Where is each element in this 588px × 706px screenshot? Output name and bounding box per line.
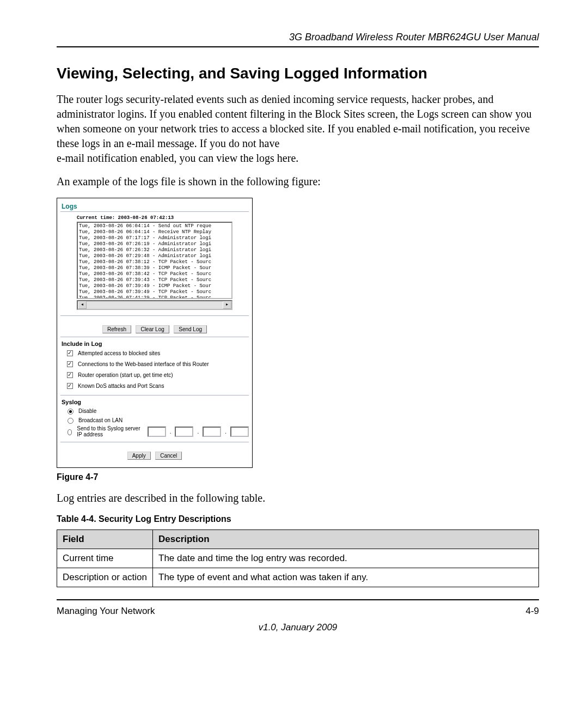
include-label: Attempted access to blocked sites xyxy=(78,350,160,356)
include-checkbox[interactable] xyxy=(67,372,73,378)
table-row: Current time The date and time the log e… xyxy=(57,549,539,568)
panel-rule xyxy=(60,211,249,212)
scroll-right-icon[interactable]: ▸ xyxy=(223,301,231,309)
figure-caption: Figure 4-7 xyxy=(57,472,539,482)
section-heading: Viewing, Selecting, and Saving Logged In… xyxy=(57,65,539,82)
include-option: Known DoS attacks and Port Scans xyxy=(65,381,249,391)
include-option: Router operation (start up, get time etc… xyxy=(65,370,249,380)
table-cell: The date and time the log entry was reco… xyxy=(153,549,539,568)
footer-version: v1.0, January 2009 xyxy=(57,622,539,633)
include-label: Router operation (start up, get time etc… xyxy=(78,372,173,378)
include-label: Known DoS attacks and Port Scans xyxy=(78,383,164,389)
ip-octet-input[interactable] xyxy=(230,427,249,437)
include-checkbox[interactable] xyxy=(67,383,73,389)
send-log-button[interactable]: Send Log xyxy=(174,325,207,333)
rule-bottom xyxy=(57,599,539,600)
syslog-option: Broadcast on LAN xyxy=(65,416,249,424)
logs-panel-title: Logs xyxy=(62,203,249,210)
syslog-label: Broadcast on LAN xyxy=(78,417,122,423)
include-option: Attempted access to blocked sites xyxy=(65,349,249,358)
panel-rule xyxy=(60,337,249,337)
ip-dot: . xyxy=(225,429,226,435)
body-paragraph-1: The router logs security-related events … xyxy=(57,92,539,166)
running-header: 3G Broadband Wireless Router MBR624GU Us… xyxy=(57,32,539,43)
footer-left: Managing Your Network xyxy=(57,606,155,617)
clear-log-button[interactable]: Clear Log xyxy=(136,325,169,333)
body-paragraph-1a: The router logs security-related events … xyxy=(57,93,532,149)
include-in-log-heading: Include in Log xyxy=(62,340,249,347)
syslog-label: Disable xyxy=(78,408,96,414)
include-option: Connections to the Web-based interface o… xyxy=(65,360,249,369)
syslog-option: Disable xyxy=(65,407,249,415)
table-caption: Table 4-4. Security Log Entry Descriptio… xyxy=(57,514,539,524)
refresh-button[interactable]: Refresh xyxy=(102,325,131,333)
rule-top xyxy=(57,46,539,47)
security-log-table: Field Description Current time The date … xyxy=(57,530,539,587)
table-header-row: Field Description xyxy=(57,530,539,549)
table-header-description: Description xyxy=(153,530,539,549)
syslog-label: Send to this Syslog server IP address xyxy=(77,425,140,437)
current-time-label: Current time: 2003-08-26 07:42:13 xyxy=(77,215,232,221)
syslog-radio-sendto[interactable] xyxy=(68,429,72,435)
body-paragraph-1b: e-mail notification enabled, you can vie… xyxy=(57,152,298,164)
ip-dot: . xyxy=(170,429,171,435)
logs-figure: Logs Current time: 2003-08-26 07:42:13 T… xyxy=(57,198,253,468)
include-checkbox[interactable] xyxy=(67,350,73,356)
table-cell: Current time xyxy=(57,549,153,568)
scroll-left-icon[interactable]: ◂ xyxy=(78,301,87,309)
ip-octet-input[interactable] xyxy=(148,427,166,437)
table-row: Description or action The type of event … xyxy=(57,568,539,587)
log-listbox[interactable]: Tue, 2003-08-26 06:04:14 - Send out NTP … xyxy=(77,222,232,299)
panel-rule xyxy=(60,395,249,395)
cancel-button[interactable]: Cancel xyxy=(155,452,182,460)
horizontal-scrollbar[interactable]: ◂ ▸ xyxy=(77,300,232,310)
syslog-heading: Syslog xyxy=(62,399,249,405)
syslog-option: Send to this Syslog server IP address . … xyxy=(65,425,249,437)
footer-page-number: 4-9 xyxy=(525,606,539,617)
include-label: Connections to the Web-based interface o… xyxy=(78,361,209,367)
panel-rule xyxy=(60,315,249,316)
apply-button[interactable]: Apply xyxy=(127,452,151,460)
ip-octet-input[interactable] xyxy=(175,427,193,437)
ip-dot: . xyxy=(197,429,199,435)
syslog-radio-disable[interactable] xyxy=(68,409,74,415)
panel-rule xyxy=(60,442,249,442)
table-header-field: Field xyxy=(57,530,153,549)
ip-octet-input[interactable] xyxy=(203,427,221,437)
body-paragraph-2: An example of the logs file is shown in … xyxy=(57,174,539,189)
table-cell: The type of event and what action was ta… xyxy=(153,568,539,587)
include-checkbox[interactable] xyxy=(67,361,73,367)
body-paragraph-3: Log entries are described in the followi… xyxy=(57,491,539,506)
syslog-radio-broadcast[interactable] xyxy=(68,418,74,424)
table-cell: Description or action xyxy=(57,568,153,587)
